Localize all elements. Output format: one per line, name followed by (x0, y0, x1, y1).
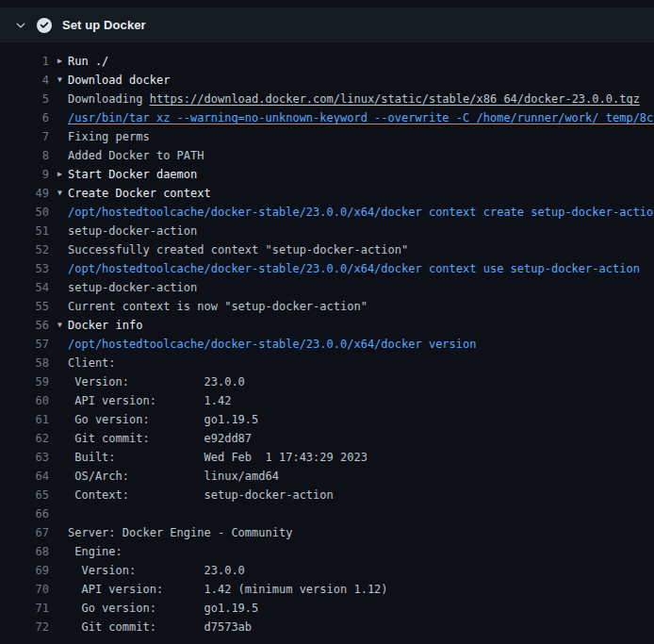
log-line: 49▼Create Docker context (0, 184, 654, 203)
line-content: Version: 23.0.0 (68, 372, 654, 391)
line-number[interactable]: 66 (0, 504, 49, 523)
line-number[interactable]: 7 (0, 127, 49, 146)
line-number[interactable]: 1 (0, 52, 49, 71)
chevron-expanded-icon[interactable]: ▼ (49, 316, 68, 335)
line-content: Start Docker daemon (68, 165, 654, 184)
arrow-spacer (49, 410, 68, 429)
line-number[interactable]: 70 (0, 580, 49, 599)
line-number[interactable]: 68 (0, 542, 49, 561)
line-content: setup-docker-action (68, 222, 654, 240)
chevron-collapsed-icon[interactable]: ▶ (49, 165, 68, 184)
step-header[interactable]: Set up Docker (0, 8, 654, 42)
log-text: Download docker (68, 74, 170, 87)
line-number[interactable]: 8 (0, 146, 49, 165)
line-number[interactable]: 58 (0, 354, 49, 372)
log-text: Version: 23.0.0 (68, 564, 245, 577)
chevron-expanded-icon[interactable]: ▼ (49, 71, 68, 90)
log-text: Added Docker to PATH (68, 149, 204, 162)
line-content: setup-docker-action (68, 278, 654, 297)
line-number[interactable]: 72 (0, 618, 49, 636)
arrow-spacer (49, 278, 68, 297)
line-number[interactable]: 62 (0, 429, 49, 448)
line-number[interactable]: 69 (0, 561, 49, 580)
line-content: /opt/hostedtoolcache/docker-stable/23.0.… (68, 203, 654, 222)
log-line: 53/opt/hostedtoolcache/docker-stable/23.… (0, 259, 654, 278)
log-line: 68 Engine: (0, 542, 654, 561)
chevron-expanded-icon[interactable]: ▼ (49, 184, 68, 203)
line-number[interactable]: 51 (0, 222, 49, 240)
line-content: Download docker (68, 71, 654, 90)
line-content: Context: setup-docker-action (68, 486, 654, 504)
line-content: Go version: go1.19.5 (68, 599, 654, 618)
log-text: API version: 1.42 (minimum version 1.12) (68, 583, 388, 596)
line-number[interactable]: 65 (0, 486, 49, 504)
arrow-spacer (49, 504, 68, 523)
log-text: Start Docker daemon (68, 168, 197, 181)
line-number[interactable]: 61 (0, 410, 49, 429)
arrow-spacer (49, 240, 68, 259)
step-title: Set up Docker (62, 18, 146, 32)
line-number[interactable]: 57 (0, 335, 49, 354)
log-text: Downloading (68, 92, 150, 106)
arrow-spacer (49, 580, 68, 599)
line-number[interactable]: 71 (0, 599, 49, 618)
chevron-down-icon[interactable] (15, 20, 26, 31)
log-line: 6/usr/bin/tar xz --warning=no-unknown-ke… (0, 108, 654, 127)
log-text: Engine: (68, 545, 123, 558)
line-number[interactable]: 52 (0, 240, 49, 259)
line-number[interactable]: 6 (0, 108, 49, 127)
line-content: Client: (68, 354, 654, 372)
arrow-spacer (49, 448, 68, 467)
arrow-spacer (49, 372, 68, 391)
line-content: OS/Arch: linux/amd64 (68, 467, 654, 486)
line-number[interactable]: 64 (0, 467, 49, 486)
line-number[interactable]: 54 (0, 278, 49, 297)
line-content: /opt/hostedtoolcache/docker-stable/23.0.… (68, 335, 654, 354)
line-number[interactable]: 50 (0, 203, 49, 222)
log-line: 66 (0, 504, 654, 523)
line-number[interactable]: 60 (0, 391, 49, 410)
log-line: 62 Git commit: e92dd87 (0, 429, 654, 448)
arrow-spacer (49, 618, 68, 636)
chevron-collapsed-icon[interactable]: ▶ (49, 52, 68, 71)
line-number[interactable]: 4 (0, 71, 49, 90)
log-line: 54setup-docker-action (0, 278, 654, 297)
arrow-spacer (49, 222, 68, 240)
line-number[interactable]: 56 (0, 316, 49, 335)
arrow-spacer (49, 90, 68, 108)
log-text: Create Docker context (68, 187, 211, 200)
arrow-spacer (49, 486, 68, 504)
log-link[interactable]: https://download.docker.com/linux/static… (150, 92, 640, 106)
log-line: 63 Built: Wed Feb 1 17:43:29 2023 (0, 448, 654, 467)
log-text: /opt/hostedtoolcache/docker-stable/23.0.… (68, 338, 476, 351)
log-line: 57/opt/hostedtoolcache/docker-stable/23.… (0, 335, 654, 354)
log-text: Go version: go1.19.5 (68, 413, 258, 426)
line-number[interactable]: 9 (0, 165, 49, 184)
arrow-spacer (49, 467, 68, 486)
line-content: Run ./ (68, 52, 654, 71)
line-number[interactable]: 49 (0, 184, 49, 203)
line-number[interactable]: 5 (0, 90, 49, 108)
line-number[interactable]: 59 (0, 372, 49, 391)
line-number[interactable]: 67 (0, 523, 49, 542)
log-line: 70 API version: 1.42 (minimum version 1.… (0, 580, 654, 599)
line-content: Docker info (68, 316, 654, 335)
log-line: 8Added Docker to PATH (0, 146, 654, 165)
line-number[interactable]: 63 (0, 448, 49, 467)
line-content: Fixing perms (68, 127, 654, 146)
log-line: 56▼Docker info (0, 316, 654, 335)
log-lines: 1▶Run ./4▼Download docker5Downloading ht… (0, 42, 654, 636)
log-line: 4▼Download docker (0, 71, 654, 90)
line-number[interactable]: 55 (0, 297, 49, 316)
line-number[interactable]: 53 (0, 259, 49, 278)
log-line: 1▶Run ./ (0, 52, 654, 71)
arrow-spacer (49, 542, 68, 561)
arrow-spacer (49, 354, 68, 372)
log-line: 65 Context: setup-docker-action (0, 486, 654, 504)
line-content: Go version: go1.19.5 (68, 410, 654, 429)
arrow-spacer (49, 523, 68, 542)
line-content: API version: 1.42 (68, 391, 654, 410)
log-text: Successfully created context "setup-dock… (68, 243, 408, 256)
line-content: API version: 1.42 (minimum version 1.12) (68, 580, 654, 599)
log-text: Version: 23.0.0 (68, 375, 245, 388)
